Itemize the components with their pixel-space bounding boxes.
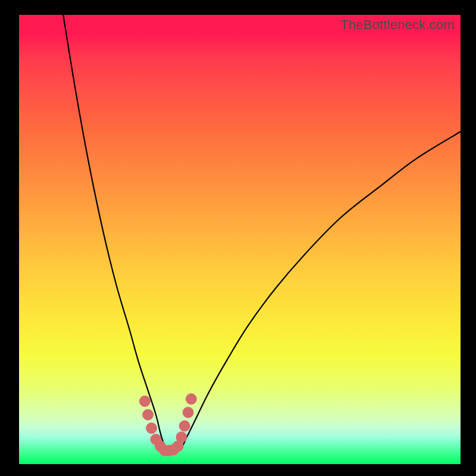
highlight-marker [143, 409, 154, 420]
highlight-marker [146, 423, 157, 434]
highlight-marker [186, 394, 196, 405]
highlight-markers [139, 394, 196, 456]
highlight-marker [176, 432, 187, 443]
bottleneck-curve [63, 15, 461, 451]
chart-frame: TheBottleneck.com [0, 0, 476, 476]
plot-area: TheBottleneck.com [19, 15, 461, 464]
highlight-marker [139, 396, 150, 406]
highlight-marker [179, 421, 190, 431]
highlight-marker [183, 407, 193, 418]
bottleneck-curve-svg [19, 15, 461, 464]
